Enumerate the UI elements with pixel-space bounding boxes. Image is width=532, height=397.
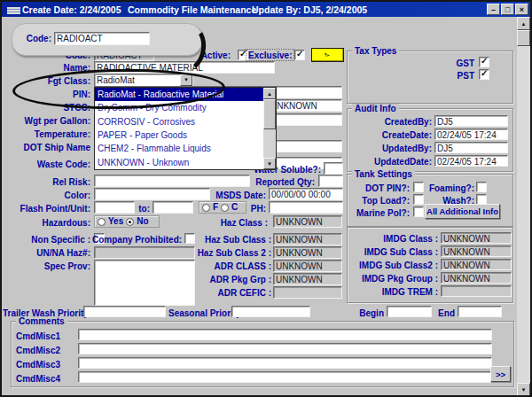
un-na-haz-label: UN/NA Haz#: [5, 248, 90, 258]
updated-by-input[interactable]: DJ5 [434, 142, 508, 153]
scroll-down-icon[interactable]: ▼ [517, 383, 530, 396]
water-soluble-input[interactable] [324, 162, 343, 175]
pst-label: PST [426, 71, 474, 81]
window-title: Commodity File Maintenance [128, 4, 256, 15]
adr-pkg-grp-label: ADR Pkg Grp : [174, 275, 271, 284]
stcc-label: STCC: [27, 103, 90, 113]
create-date-input[interactable]: 02/24/05 17:24 [434, 128, 508, 140]
non-specific-label: Non Specific : [5, 235, 90, 245]
check-icon: ✓ [296, 49, 303, 59]
radio-fahrenheit[interactable] [202, 204, 210, 212]
dropdown-scrollbar-thumb[interactable] [263, 99, 276, 129]
flash-point-input[interactable] [94, 201, 135, 214]
yes-label: Yes [108, 217, 123, 226]
note-icon: ♪ [323, 51, 332, 58]
key-code-input[interactable]: RADIOACT [54, 32, 150, 45]
begin-input[interactable] [387, 306, 432, 317]
cmdmisc2-input[interactable] [78, 343, 492, 354]
fgt-class-dropdown-list[interactable]: RadioMat - Radioactive Material DryComm … [94, 87, 277, 170]
flash-point-to-label: to: [135, 204, 150, 214]
exclusive-checkbox[interactable]: ✓ [294, 50, 305, 60]
titlebar[interactable]: Create Date: 2/24/2005 Commodity File Ma… [2, 2, 530, 17]
maximize-icon: □ [505, 5, 510, 14]
gst-label: GST [426, 58, 474, 68]
hazardous-label: Hazardous: [5, 218, 90, 228]
foaming-checkbox[interactable] [476, 182, 487, 192]
pin-label: PIN: [27, 90, 90, 99]
created-by-input[interactable]: DJ5 [434, 115, 508, 127]
cmdmisc3-input[interactable] [78, 357, 492, 369]
trailer-wash-priority-input[interactable] [83, 306, 166, 317]
temperature-label: Temperature: [5, 129, 90, 139]
dropdown-option-selected[interactable]: RadioMat - Radioactive Material [95, 88, 276, 101]
cmdmisc2-label: CmdMisc2 [16, 346, 69, 355]
haz-sub-class-input: UNKNOWN [273, 233, 342, 245]
reported-qty-input[interactable] [318, 175, 343, 187]
created-by-label: CreatedBy: [351, 117, 432, 127]
marine-pol-checkbox[interactable] [413, 206, 424, 217]
color-label: Color: [5, 191, 90, 200]
pst-checkbox[interactable]: ✓ [479, 69, 489, 80]
dropdown-scrollbar[interactable]: ▲ ▼ [263, 88, 276, 169]
scroll-down-icon[interactable]: ▼ [263, 158, 276, 169]
reported-qty-label: Reported Qty: [217, 177, 315, 187]
dot-ship-name-label: DOT Ship Name [5, 143, 90, 152]
hazardous-radio-group[interactable]: Yes No [94, 215, 160, 228]
all-additional-info-button[interactable]: All Additional Info [425, 204, 500, 219]
check-icon: ✓ [481, 56, 488, 66]
ph-input[interactable] [269, 201, 343, 214]
adr-cefic-input [273, 286, 342, 299]
radio-celsius[interactable] [221, 204, 229, 212]
flash-point-label: Flash Point/Unit: [2, 204, 90, 214]
fgt-class-combobox[interactable]: RadioMat ▼ [94, 74, 193, 87]
adr-class-input: UNKNOWN [273, 260, 342, 272]
company-prohibited-checkbox[interactable] [184, 233, 195, 244]
scroll-up-icon[interactable]: ▲ [517, 17, 530, 30]
main-scrollbar[interactable]: ▲ ▼ [517, 17, 530, 396]
imdg-pkg-group-label: IMDG Pkg Group : [351, 274, 438, 284]
rel-risk-label: Rel Risk: [5, 177, 90, 187]
gst-checkbox[interactable]: ✓ [479, 57, 489, 67]
top-load-checkbox[interactable] [413, 194, 424, 205]
cmdmisc4-input[interactable] [78, 371, 492, 383]
note-button[interactable]: ♪ [311, 48, 344, 62]
name-label: Name: [27, 63, 90, 73]
imdg-class-label: IMDG Class : [351, 234, 438, 244]
dot-pin-checkbox[interactable] [413, 182, 424, 192]
main-scrollbar-thumb[interactable] [517, 30, 530, 46]
name-input[interactable]: RADIOACTIVE MATERIAL [94, 61, 275, 74]
chevron-down-icon[interactable]: ▼ [180, 74, 192, 86]
dropdown-option[interactable]: CORROSIV - Corrosives [95, 115, 276, 128]
seasonal-priority-input[interactable] [231, 306, 310, 317]
wgt-per-gallon-label: Wgt per Gallon: [5, 116, 90, 126]
dropdown-option[interactable]: UNKNOWN - Unknown [95, 156, 276, 169]
titlebar-create-date: Create Date: 2/24/2005 [22, 4, 121, 15]
check-icon: ✓ [481, 68, 488, 79]
adr-cefic-label: ADR CEFIC : [174, 288, 271, 298]
minimize-icon: – [491, 5, 496, 14]
cmdmisc3-label: CmdMisc3 [16, 360, 69, 370]
haz-sub-class-2-label: Haz Sub Class 2 : [174, 248, 271, 258]
fahrenheit-label: F [213, 203, 218, 212]
more-button[interactable]: >> [490, 366, 511, 382]
imdg-class-input: UNKNOWN [441, 232, 512, 244]
minimize-button[interactable]: – [487, 4, 500, 15]
ph-label: PH: [239, 204, 266, 214]
dropdown-option[interactable]: DryComm - Dry Commodity [95, 101, 276, 114]
scroll-up-icon[interactable]: ▲ [263, 88, 276, 99]
maximize-button[interactable]: □ [501, 4, 514, 15]
tax-types-title: Tax Types [352, 46, 399, 56]
radio-no[interactable] [126, 218, 134, 226]
dropdown-option[interactable]: PAPER - Paper Goods [95, 128, 276, 142]
cmdmisc1-input[interactable] [78, 329, 492, 340]
close-button[interactable]: × [515, 4, 528, 15]
radio-yes[interactable] [98, 218, 106, 226]
updated-date-input[interactable]: 02/24/05 17:24 [434, 155, 508, 167]
dropdown-option[interactable]: CHEM2 - Flammable Liquids [95, 142, 276, 155]
msds-date-input[interactable]: 00/00/00 00:00 [269, 188, 343, 200]
fgt-class-label: Fgt Class: [27, 76, 90, 86]
company-prohibited-label: Company Prohibited: [92, 235, 181, 245]
flash-point-to-input[interactable] [153, 201, 193, 214]
end-input[interactable] [458, 306, 502, 317]
close-icon: × [520, 5, 524, 14]
